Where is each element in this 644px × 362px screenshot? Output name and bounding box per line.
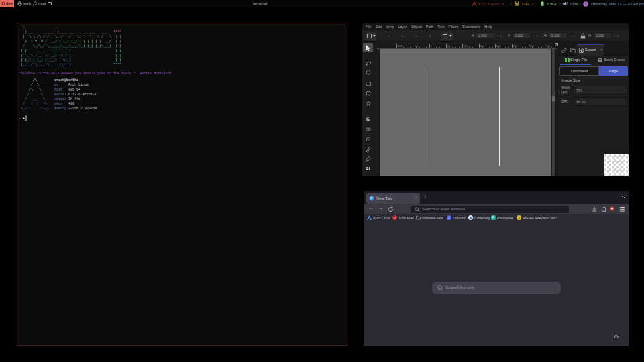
svg-text:P: P (492, 216, 494, 219)
